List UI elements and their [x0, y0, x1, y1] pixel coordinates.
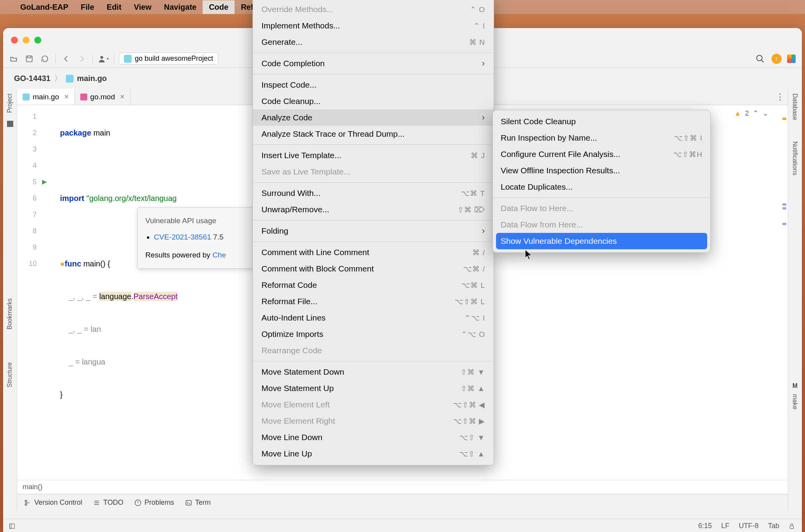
- menu-item[interactable]: Move Line Up⌥⇧ ▲: [253, 446, 494, 462]
- menu-item[interactable]: Insert Live Template...⌘ J: [253, 147, 494, 164]
- file-encoding[interactable]: UTF-8: [739, 522, 759, 530]
- menu-item[interactable]: Surround With...⌥⌘ T: [253, 185, 494, 201]
- minimize-window-button[interactable]: [23, 37, 30, 44]
- user-menu-icon[interactable]: ▾: [97, 53, 109, 65]
- rail-icon[interactable]: [7, 121, 13, 127]
- menu-item[interactable]: Folding›: [253, 223, 494, 239]
- right-tool-rail: Database Notifications M make: [788, 89, 802, 511]
- menu-item[interactable]: Comment with Block Comment⌥⌘ /: [253, 261, 494, 277]
- menu-view[interactable]: View: [128, 0, 158, 14]
- cve-link[interactable]: CVE-2021-38561: [154, 233, 211, 241]
- search-icon[interactable]: [754, 53, 766, 65]
- status-bar: 6:15 LF UTF-8 Tab: [3, 519, 802, 532]
- tab-label: go.mod: [90, 93, 115, 101]
- version-control-button[interactable]: Version Control: [24, 499, 82, 507]
- bookmarks-tool-button[interactable]: Bookmarks: [3, 294, 16, 334]
- maximize-window-button[interactable]: [34, 37, 41, 44]
- indent-setting[interactable]: Tab: [768, 522, 779, 530]
- navigation-bar: GO-14431 〉 main.go: [10, 68, 111, 89]
- menu-item[interactable]: Unwrap/Remove...⇧⌘ ⌦: [253, 201, 494, 218]
- menu-navigate[interactable]: Navigate: [158, 0, 203, 14]
- submenu-item[interactable]: Run Inspection by Name...⌥⇧⌘ I: [493, 130, 710, 146]
- run-line-icon[interactable]: ▶: [42, 174, 56, 190]
- notifications-tool-button[interactable]: Notifications: [788, 137, 801, 180]
- make-tool-button[interactable]: make: [788, 389, 801, 414]
- breadcrumb-bottom[interactable]: main(): [17, 480, 788, 494]
- menu-code[interactable]: Code: [203, 0, 235, 14]
- menu-item[interactable]: Optimize Imports⌃⌥ O: [253, 326, 494, 342]
- menu-item[interactable]: Reformat Code⌥⌘ L: [253, 277, 494, 293]
- menu-item[interactable]: Code Completion›: [253, 55, 494, 72]
- gomod-file-icon: [80, 93, 87, 100]
- inspection-tooltip: Vulnerable API usage CVE-2021-38561 7.5 …: [137, 207, 262, 269]
- menu-item[interactable]: Move Statement Up⇧⌘ ▲: [253, 380, 494, 396]
- make-badge: M: [788, 382, 802, 389]
- tab-go-mod[interactable]: go.mod ✕: [75, 89, 131, 105]
- menu-file[interactable]: File: [74, 0, 100, 14]
- menu-item[interactable]: Analyze Stack Trace or Thread Dump...: [253, 126, 494, 142]
- ide-plugin-icon[interactable]: [787, 55, 796, 63]
- svg-rect-6: [186, 500, 191, 505]
- menu-item[interactable]: Implement Methods...⌃ I: [253, 18, 494, 34]
- close-window-button[interactable]: [11, 37, 18, 44]
- submenu-item: Data Flow to Here...: [493, 200, 710, 217]
- menu-item[interactable]: Generate...⌘ N: [253, 34, 494, 50]
- file-crumb[interactable]: main.go: [62, 72, 111, 85]
- menu-item: Save as Live Template...: [253, 164, 494, 180]
- menu-item[interactable]: Move Statement Down⇧⌘ ▼: [253, 364, 494, 380]
- results-link[interactable]: Che: [212, 251, 226, 259]
- tabs-more-icon[interactable]: ⋮: [776, 92, 785, 102]
- menu-item: Rearrange Code: [253, 342, 494, 359]
- menu-item[interactable]: Inspect Code...: [253, 77, 494, 93]
- database-tool-button[interactable]: Database: [788, 89, 801, 125]
- menu-item[interactable]: Reformat File...⌥⇧⌘ L: [253, 293, 494, 310]
- tab-label: main.go: [33, 93, 59, 101]
- window-controls: [11, 37, 41, 44]
- terminal-button[interactable]: Term: [185, 499, 211, 507]
- inspection-widget[interactable]: ▲ 2 ⌃ ⌄: [734, 109, 768, 118]
- menu-item[interactable]: Comment with Line Comment⌘ /: [253, 244, 494, 261]
- tool-window-toggle-icon[interactable]: [9, 523, 16, 529]
- readonly-lock-icon[interactable]: [789, 523, 795, 530]
- menu-item[interactable]: Move Line Down⌥⇧ ▼: [253, 429, 494, 446]
- tab-main-go[interactable]: main.go ✕: [17, 89, 75, 105]
- menu-edit[interactable]: Edit: [101, 0, 128, 14]
- warning-count: 2: [745, 109, 749, 118]
- reload-icon[interactable]: [39, 53, 51, 65]
- svg-rect-0: [26, 56, 32, 62]
- todo-button[interactable]: TODO: [93, 499, 124, 507]
- submenu-item[interactable]: Silent Code Cleanup: [493, 113, 710, 130]
- menu-item[interactable]: Code Cleanup...: [253, 93, 494, 109]
- menu-item: Override Methods...⌃ O: [253, 1, 494, 18]
- problems-button[interactable]: Problems: [134, 499, 174, 507]
- project-tool-button[interactable]: Project: [3, 89, 16, 118]
- submenu-item: Data Flow from Here...: [493, 217, 710, 233]
- update-available-icon[interactable]: ↑: [771, 54, 782, 64]
- close-tab-icon[interactable]: ✕: [64, 93, 69, 100]
- run-configuration-dropdown[interactable]: go build awesomeProject: [119, 53, 218, 65]
- prev-highlight-icon[interactable]: ⌃: [753, 109, 759, 118]
- cursor-position[interactable]: 6:15: [698, 522, 712, 530]
- menu-item[interactable]: Auto-Indent Lines⌃⌥ I: [253, 310, 494, 326]
- close-tab-icon[interactable]: ✕: [120, 93, 125, 100]
- app-name: GoLand-EAP: [20, 3, 68, 12]
- back-icon[interactable]: [60, 53, 72, 65]
- breadcrumb-symbol[interactable]: main(): [23, 483, 42, 491]
- menu-item[interactable]: Analyze Code›: [253, 109, 494, 126]
- submenu-item[interactable]: Configure Current File Analysis...⌥⇧⌘H: [493, 146, 710, 162]
- open-icon[interactable]: [8, 53, 19, 65]
- submenu-item[interactable]: View Offline Inspection Results...: [493, 162, 710, 179]
- structure-tool-button[interactable]: Structure: [3, 358, 16, 392]
- line-separator[interactable]: LF: [721, 522, 729, 530]
- run-config-label: go build awesomeProject: [135, 55, 213, 63]
- forward-icon[interactable]: [76, 53, 88, 65]
- project-crumb[interactable]: GO-14431: [10, 72, 54, 85]
- go-file-icon: [66, 75, 74, 83]
- submenu-item[interactable]: Show Vulnerable Dependencies: [496, 233, 707, 249]
- next-highlight-icon[interactable]: ⌄: [763, 109, 768, 118]
- menu-item: Move Element Right⌥⇧⌘ ▶: [253, 413, 494, 429]
- code-menu-popup: Override Methods...⌃ OImplement Methods.…: [252, 0, 494, 465]
- save-icon[interactable]: [23, 53, 35, 65]
- submenu-item[interactable]: Locate Duplicates...: [493, 179, 710, 195]
- tooltip-results-label: Results powered by: [145, 251, 212, 259]
